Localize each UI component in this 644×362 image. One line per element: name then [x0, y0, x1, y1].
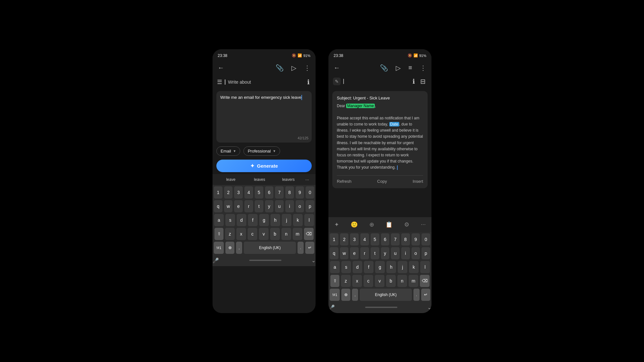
key-r-6[interactable]: 6: [381, 233, 390, 246]
key-z[interactable]: z: [225, 228, 235, 240]
key-r-c[interactable]: c: [364, 275, 373, 287]
key-x[interactable]: x: [236, 228, 246, 240]
key-r[interactable]: r: [244, 200, 253, 212]
enter-key-r[interactable]: ↵: [421, 289, 430, 301]
key-r-e[interactable]: e: [350, 247, 359, 259]
key-n[interactable]: n: [281, 228, 291, 240]
key-v[interactable]: v: [259, 228, 269, 240]
key-r-n[interactable]: n: [397, 275, 407, 287]
shift-key[interactable]: ⇧: [214, 228, 223, 240]
tone-dropdown[interactable]: Professional ▼: [243, 146, 280, 156]
sticker-icon[interactable]: ⊕: [367, 220, 377, 229]
info-icon-right[interactable]: ℹ: [411, 76, 416, 87]
insert-button[interactable]: Insert: [412, 179, 423, 184]
shift-key-r[interactable]: ⇧: [330, 275, 339, 287]
key-0[interactable]: 0: [306, 186, 314, 199]
info-icon[interactable]: ℹ: [306, 77, 311, 87]
emoji-icon[interactable]: 🙂: [348, 220, 360, 229]
globe-key-r[interactable]: ⊕: [341, 289, 350, 301]
key-l[interactable]: l: [304, 214, 314, 226]
comma-key-r[interactable]: ,: [352, 289, 358, 301]
backspace-key-r[interactable]: ⌫: [420, 275, 430, 287]
mic-icon-right[interactable]: 🎤: [328, 304, 335, 311]
period-key[interactable]: .: [298, 242, 304, 254]
filter-lines-icon[interactable]: ⊟: [419, 76, 427, 87]
key-r-b[interactable]: b: [386, 275, 396, 287]
key-5[interactable]: 5: [255, 186, 263, 199]
more-tools-icon[interactable]: ···: [418, 220, 428, 229]
enter-key[interactable]: ↵: [305, 242, 314, 254]
key-r-s[interactable]: s: [341, 261, 351, 273]
key-r-z[interactable]: z: [341, 275, 351, 287]
attach-icon-right[interactable]: 📎: [379, 63, 389, 73]
key-i[interactable]: i: [285, 200, 294, 212]
key-r-8[interactable]: 8: [401, 233, 410, 246]
keyboard-hide-icon-right[interactable]: ⌄: [427, 304, 431, 311]
key-r-7[interactable]: 7: [391, 233, 400, 246]
key-r-q[interactable]: q: [330, 247, 338, 259]
key-r-f[interactable]: f: [364, 261, 374, 273]
key-r-t[interactable]: t: [371, 247, 379, 259]
back-icon[interactable]: ←: [216, 63, 225, 73]
key-r-j[interactable]: j: [398, 261, 407, 273]
send-icon-right[interactable]: ▷: [394, 63, 402, 73]
sym-key[interactable]: !#1: [214, 242, 224, 254]
mic-icon-left[interactable]: 🎤: [213, 257, 219, 264]
text-area-container[interactable]: Write me an email for emergency sick lea…: [216, 91, 312, 143]
key-y[interactable]: y: [265, 200, 274, 212]
key-m[interactable]: m: [293, 228, 302, 240]
settings-icon[interactable]: ⚙: [402, 220, 412, 229]
space-key-r[interactable]: English (UK): [360, 289, 412, 301]
key-p[interactable]: p: [306, 200, 314, 212]
space-key[interactable]: English (UK): [244, 242, 296, 254]
key-a[interactable]: a: [214, 214, 224, 226]
key-r-d[interactable]: d: [353, 261, 362, 273]
backspace-key[interactable]: ⌫: [304, 228, 314, 240]
key-9[interactable]: 9: [296, 186, 304, 199]
key-r-x[interactable]: x: [352, 275, 362, 287]
key-r-w[interactable]: w: [340, 247, 349, 259]
format-dropdown[interactable]: Email ▼: [216, 146, 240, 156]
key-j[interactable]: j: [282, 214, 291, 226]
key-r-m[interactable]: m: [409, 275, 418, 287]
key-8[interactable]: 8: [285, 186, 294, 199]
key-r-h[interactable]: h: [386, 261, 396, 273]
text-input[interactable]: Write me an email for emergency sick lea…: [220, 94, 308, 139]
key-t[interactable]: t: [255, 200, 263, 212]
more-icon-right[interactable]: ⋮: [419, 63, 428, 73]
back-icon-right[interactable]: ←: [332, 63, 341, 73]
key-f[interactable]: f: [248, 214, 258, 226]
ai-icon[interactable]: ✦: [332, 220, 342, 229]
key-r-o[interactable]: o: [412, 247, 420, 259]
globe-key[interactable]: ⊕: [225, 242, 234, 254]
sym-key-r[interactable]: !#1: [330, 289, 340, 301]
key-r-p[interactable]: p: [421, 247, 430, 259]
key-r-2[interactable]: 2: [340, 233, 349, 246]
suggestion-3[interactable]: leavers: [274, 176, 303, 183]
key-4[interactable]: 4: [244, 186, 253, 199]
key-o[interactable]: o: [296, 200, 304, 212]
generate-button[interactable]: ✦ Generate: [216, 160, 312, 172]
key-2[interactable]: 2: [224, 186, 233, 199]
period-key-r[interactable]: .: [413, 289, 420, 301]
keyboard-hide-icon-left[interactable]: ⌄: [311, 257, 316, 264]
attach-icon[interactable]: 📎: [274, 63, 285, 73]
key-r-u[interactable]: u: [391, 247, 400, 259]
key-r-0[interactable]: 0: [421, 233, 430, 246]
key-r-1[interactable]: 1: [330, 233, 338, 246]
key-h[interactable]: h: [270, 214, 280, 226]
key-7[interactable]: 7: [275, 186, 284, 199]
key-b[interactable]: b: [270, 228, 280, 240]
more-icon[interactable]: ⋮: [303, 63, 312, 73]
filter-icon-right[interactable]: ≡: [407, 63, 413, 73]
key-r-g[interactable]: g: [375, 261, 385, 273]
key-r-4[interactable]: 4: [360, 233, 369, 246]
key-s[interactable]: s: [225, 214, 235, 226]
key-r-a[interactable]: a: [330, 261, 340, 273]
send-icon[interactable]: ▷: [290, 63, 298, 73]
key-w[interactable]: w: [224, 200, 233, 212]
copy-button[interactable]: Copy: [377, 179, 387, 184]
key-r-9[interactable]: 9: [412, 233, 420, 246]
suggestion-2[interactable]: leaves: [245, 176, 274, 183]
key-r-k[interactable]: k: [409, 261, 419, 273]
